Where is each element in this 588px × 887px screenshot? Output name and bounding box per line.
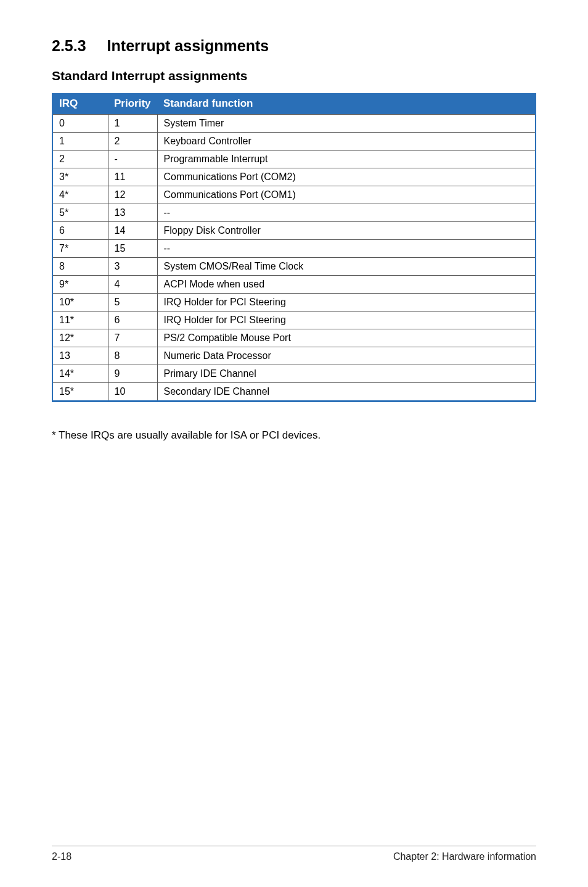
cell-function: -- xyxy=(157,204,536,222)
cell-priority: 7 xyxy=(108,329,157,347)
cell-priority: 6 xyxy=(108,311,157,329)
sub-heading: Standard Interrupt assignments xyxy=(52,68,536,83)
cell-function: System Timer xyxy=(157,115,536,133)
cell-irq: 0 xyxy=(52,115,108,133)
cell-irq: 5* xyxy=(52,204,108,222)
table-row: 83System CMOS/Real Time Clock xyxy=(52,258,536,276)
section-heading: 2.5.3Interrupt assignments xyxy=(52,37,536,55)
cell-function: Secondary IDE Channel xyxy=(157,383,536,402)
cell-priority: 10 xyxy=(108,383,157,402)
cell-irq: 12* xyxy=(52,329,108,347)
cell-priority: 11 xyxy=(108,168,157,186)
cell-irq: 9* xyxy=(52,276,108,294)
table-row: 614Floppy Disk Controller xyxy=(52,222,536,240)
table-row: 15*10Secondary IDE Channel xyxy=(52,383,536,402)
footer-chapter: Chapter 2: Hardware information xyxy=(393,851,536,862)
cell-function: IRQ Holder for PCI Steering xyxy=(157,294,536,311)
cell-priority: 12 xyxy=(108,186,157,204)
cell-irq: 1 xyxy=(52,133,108,151)
table-row: 5*13-- xyxy=(52,204,536,222)
cell-function: Communications Port (COM1) xyxy=(157,186,536,204)
cell-function: Primary IDE Channel xyxy=(157,365,536,383)
cell-priority: 5 xyxy=(108,294,157,311)
cell-function: IRQ Holder for PCI Steering xyxy=(157,311,536,329)
cell-function: System CMOS/Real Time Clock xyxy=(157,258,536,276)
cell-irq: 3* xyxy=(52,168,108,186)
cell-function: Numeric Data Processor xyxy=(157,347,536,365)
cell-irq: 11* xyxy=(52,311,108,329)
cell-function: PS/2 Compatible Mouse Port xyxy=(157,329,536,347)
page-footer: 2-18 Chapter 2: Hardware information xyxy=(52,846,536,862)
cell-priority: 14 xyxy=(108,222,157,240)
table-row: 9*4ACPI Mode when used xyxy=(52,276,536,294)
section-title: Interrupt assignments xyxy=(107,37,269,54)
table-row: 4*12Communications Port (COM1) xyxy=(52,186,536,204)
header-priority: Priority xyxy=(108,93,157,115)
table-row: 14*9Primary IDE Channel xyxy=(52,365,536,383)
cell-priority: 3 xyxy=(108,258,157,276)
table-row: 3*11Communications Port (COM2) xyxy=(52,168,536,186)
cell-priority: 4 xyxy=(108,276,157,294)
cell-irq: 4* xyxy=(52,186,108,204)
cell-irq: 15* xyxy=(52,383,108,402)
cell-irq: 2 xyxy=(52,151,108,168)
footer-page-number: 2-18 xyxy=(52,851,71,862)
header-function: Standard function xyxy=(157,93,536,115)
section-number: 2.5.3 xyxy=(52,37,86,54)
cell-function: Communications Port (COM2) xyxy=(157,168,536,186)
cell-irq: 7* xyxy=(52,240,108,258)
irq-table: IRQ Priority Standard function 01System … xyxy=(52,93,536,402)
cell-irq: 6 xyxy=(52,222,108,240)
cell-function: Programmable Interrupt xyxy=(157,151,536,168)
table-header-row: IRQ Priority Standard function xyxy=(52,93,536,115)
table-row: 10*5IRQ Holder for PCI Steering xyxy=(52,294,536,311)
table-row: 12*7PS/2 Compatible Mouse Port xyxy=(52,329,536,347)
table-row: 2-Programmable Interrupt xyxy=(52,151,536,168)
cell-priority: 8 xyxy=(108,347,157,365)
cell-priority: - xyxy=(108,151,157,168)
cell-irq: 8 xyxy=(52,258,108,276)
header-irq: IRQ xyxy=(52,93,108,115)
table-row: 7*15-- xyxy=(52,240,536,258)
cell-irq: 10* xyxy=(52,294,108,311)
cell-function: Floppy Disk Controller xyxy=(157,222,536,240)
table-row: 138Numeric Data Processor xyxy=(52,347,536,365)
cell-function: ACPI Mode when used xyxy=(157,276,536,294)
table-row: 01System Timer xyxy=(52,115,536,133)
table-row: 12Keyboard Controller xyxy=(52,133,536,151)
cell-priority: 13 xyxy=(108,204,157,222)
cell-irq: 14* xyxy=(52,365,108,383)
cell-irq: 13 xyxy=(52,347,108,365)
cell-function: -- xyxy=(157,240,536,258)
cell-priority: 2 xyxy=(108,133,157,151)
cell-priority: 9 xyxy=(108,365,157,383)
cell-priority: 15 xyxy=(108,240,157,258)
table-row: 11*6IRQ Holder for PCI Steering xyxy=(52,311,536,329)
footnote: * These IRQs are usually available for I… xyxy=(52,429,536,442)
cell-function: Keyboard Controller xyxy=(157,133,536,151)
cell-priority: 1 xyxy=(108,115,157,133)
